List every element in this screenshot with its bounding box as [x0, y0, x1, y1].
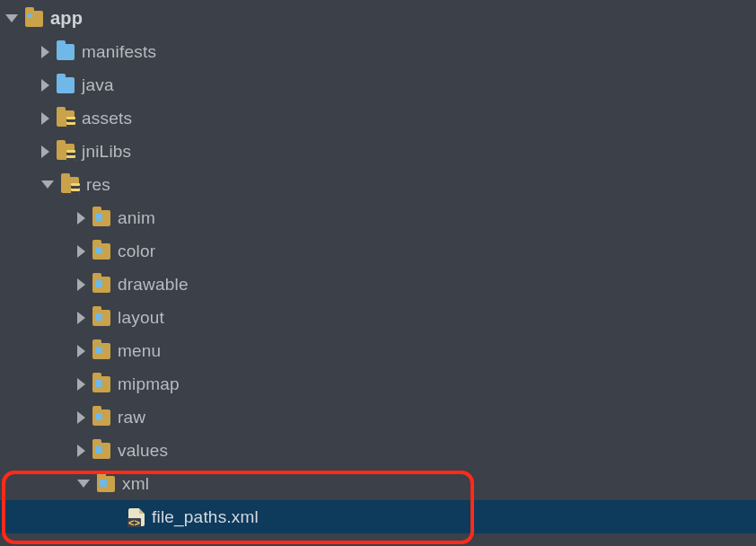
tree-label: java — [82, 75, 114, 95]
tree-row-raw[interactable]: raw — [0, 401, 756, 434]
resource-folder-icon — [92, 277, 110, 293]
chevron-right-icon[interactable] — [77, 445, 85, 457]
resource-folder-icon — [92, 410, 110, 426]
tree-label: drawable — [118, 275, 189, 295]
tree-label-app: app — [50, 8, 83, 29]
chevron-right-icon[interactable] — [77, 378, 85, 391]
package-folder-icon — [57, 77, 75, 93]
tree-row-color[interactable]: color — [0, 234, 756, 268]
chevron-right-icon[interactable] — [41, 79, 49, 92]
tree-row-jnilibs[interactable]: jniLibs — [0, 135, 756, 168]
resource-folder-icon — [97, 476, 115, 492]
package-folder-icon — [57, 44, 75, 60]
tree-label: anim — [118, 208, 155, 228]
tree-row-menu[interactable]: menu — [0, 334, 756, 367]
resource-folder-icon — [92, 310, 110, 326]
tree-label: color — [118, 242, 155, 261]
tree-row-file-paths-xml[interactable]: file_paths.xml — [0, 500, 756, 533]
chevron-right-icon[interactable] — [77, 345, 85, 357]
module-folder-icon — [25, 11, 43, 27]
tree-row-app[interactable]: app — [0, 2, 756, 35]
xml-file-icon — [128, 508, 145, 526]
resource-root-folder-icon — [57, 144, 75, 160]
tree-label: raw — [118, 408, 145, 427]
tree-label: jniLibs — [82, 142, 131, 162]
tree-label: manifests — [82, 42, 156, 62]
tree-label: menu — [118, 341, 161, 361]
tree-row-mipmap[interactable]: mipmap — [0, 367, 756, 401]
tree-label: file_paths.xml — [152, 507, 259, 527]
chevron-right-icon[interactable] — [77, 245, 85, 258]
chevron-right-icon[interactable] — [41, 46, 49, 58]
tree-row-res[interactable]: res — [0, 168, 756, 201]
tree-label: res — [86, 175, 110, 195]
project-tree: app manifests java assets jniLibs res an… — [0, 0, 756, 533]
resource-folder-icon — [92, 376, 110, 392]
tree-row-drawable[interactable]: drawable — [0, 268, 756, 301]
chevron-right-icon[interactable] — [77, 212, 85, 225]
chevron-right-icon[interactable] — [77, 312, 85, 324]
tree-label: assets — [82, 109, 132, 128]
tree-row-anim[interactable]: anim — [0, 201, 756, 234]
tree-label: mipmap — [118, 374, 180, 394]
resource-root-folder-icon — [57, 110, 75, 127]
chevron-down-icon[interactable] — [41, 181, 54, 189]
tree-row-assets[interactable]: assets — [0, 101, 756, 135]
tree-label: layout — [118, 308, 164, 328]
resource-root-folder-icon — [61, 177, 79, 193]
resource-folder-icon — [92, 210, 110, 226]
chevron-right-icon[interactable] — [41, 145, 49, 158]
resource-folder-icon — [92, 443, 110, 459]
chevron-down-icon[interactable] — [5, 14, 18, 22]
chevron-right-icon[interactable] — [77, 278, 85, 291]
tree-label: xml — [122, 474, 149, 494]
chevron-right-icon[interactable] — [77, 411, 85, 424]
tree-row-java[interactable]: java — [0, 68, 756, 101]
resource-folder-icon — [92, 243, 110, 260]
tree-row-values[interactable]: values — [0, 434, 756, 467]
arrow-placeholder — [113, 511, 121, 524]
resource-folder-icon — [92, 343, 110, 359]
tree-row-xml[interactable]: xml — [0, 467, 756, 500]
chevron-right-icon[interactable] — [41, 112, 49, 125]
tree-label: values — [118, 441, 168, 461]
tree-row-layout[interactable]: layout — [0, 301, 756, 334]
chevron-down-icon[interactable] — [77, 480, 90, 488]
tree-row-manifests[interactable]: manifests — [0, 35, 756, 68]
